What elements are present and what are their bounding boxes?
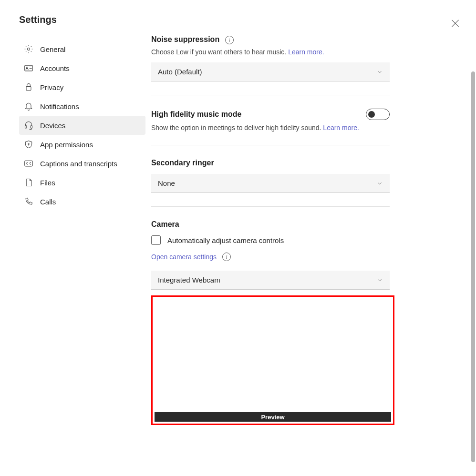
sidebar-item-devices[interactable]: Devices <box>19 116 145 135</box>
open-camera-settings-link[interactable]: Open camera settings <box>151 253 217 261</box>
hifi-title: High fidelity music mode <box>151 110 241 119</box>
sidebar-item-app-permissions[interactable]: App permissions <box>19 135 145 154</box>
select-value: None <box>158 179 175 187</box>
divider <box>151 206 390 207</box>
info-icon[interactable]: i <box>225 36 234 44</box>
chevron-down-icon <box>376 180 383 187</box>
svg-point-6 <box>28 143 30 145</box>
svg-point-2 <box>26 67 28 69</box>
chevron-down-icon <box>376 277 383 284</box>
sidebar-item-label: Files <box>40 179 55 187</box>
bell-icon <box>24 101 33 111</box>
sidebar-item-label: App permissions <box>40 141 93 149</box>
auto-adjust-label: Automatically adjust camera controls <box>167 236 284 244</box>
sidebar-item-files[interactable]: Files <box>19 173 145 192</box>
sidebar-item-privacy[interactable]: Privacy <box>19 78 145 97</box>
sidebar-item-captions[interactable]: Captions and transcripts <box>19 154 145 173</box>
noise-suppression-select[interactable]: Auto (Default) <box>151 62 390 81</box>
learn-more-link[interactable]: Learn more. <box>288 48 324 56</box>
noise-suppression-title: Noise suppression <box>151 35 219 43</box>
hifi-toggle[interactable] <box>366 109 390 120</box>
svg-rect-1 <box>25 65 33 71</box>
secondary-ringer-select[interactable]: None <box>151 174 390 193</box>
chevron-down-icon <box>376 69 383 75</box>
learn-more-link[interactable]: Learn more. <box>323 124 359 132</box>
shield-icon <box>24 140 33 149</box>
sidebar-item-label: General <box>40 45 65 53</box>
gear-icon <box>24 44 33 54</box>
divider <box>151 145 390 145</box>
sidebar-item-label: Calls <box>40 198 56 206</box>
sidebar-item-notifications[interactable]: Notifications <box>19 97 145 116</box>
sidebar-item-label: Accounts <box>40 64 70 72</box>
camera-title: Camera <box>151 220 179 228</box>
select-value: Auto (Default) <box>158 68 202 76</box>
preview-label: Preview <box>155 412 391 422</box>
file-icon <box>24 178 33 187</box>
camera-preview: Preview <box>151 295 394 425</box>
sidebar-item-label: Privacy <box>40 83 63 91</box>
sidebar-item-label: Notifications <box>40 102 79 111</box>
noise-desc: Choose Low if you want others to hear mu… <box>151 48 286 56</box>
sidebar-item-label: Devices <box>40 122 65 130</box>
sidebar-item-label: Captions and transcripts <box>40 160 117 168</box>
cc-icon <box>24 159 33 168</box>
info-icon[interactable]: i <box>222 253 231 261</box>
scrollbar[interactable] <box>471 71 475 462</box>
svg-rect-5 <box>31 126 32 128</box>
camera-select[interactable]: Integrated Webcam <box>151 271 390 290</box>
sidebar-item-general[interactable]: General <box>19 40 145 59</box>
headset-icon <box>24 121 33 130</box>
sidebar-item-calls[interactable]: Calls <box>19 192 145 211</box>
svg-rect-7 <box>25 161 33 166</box>
phone-icon <box>24 197 33 206</box>
page-title: Settings <box>19 14 145 25</box>
svg-rect-3 <box>26 86 31 90</box>
divider <box>151 95 390 95</box>
hifi-desc: Show the option in meetings to deliver h… <box>151 124 321 132</box>
lock-icon <box>24 82 33 92</box>
id-card-icon <box>24 63 33 73</box>
sidebar-item-accounts[interactable]: Accounts <box>19 59 145 78</box>
svg-rect-4 <box>25 126 27 128</box>
select-value: Integrated Webcam <box>158 276 220 284</box>
svg-point-0 <box>28 48 30 51</box>
auto-adjust-checkbox[interactable] <box>151 235 161 245</box>
secondary-ringer-title: Secondary ringer <box>151 159 214 167</box>
close-icon[interactable] <box>451 19 460 28</box>
